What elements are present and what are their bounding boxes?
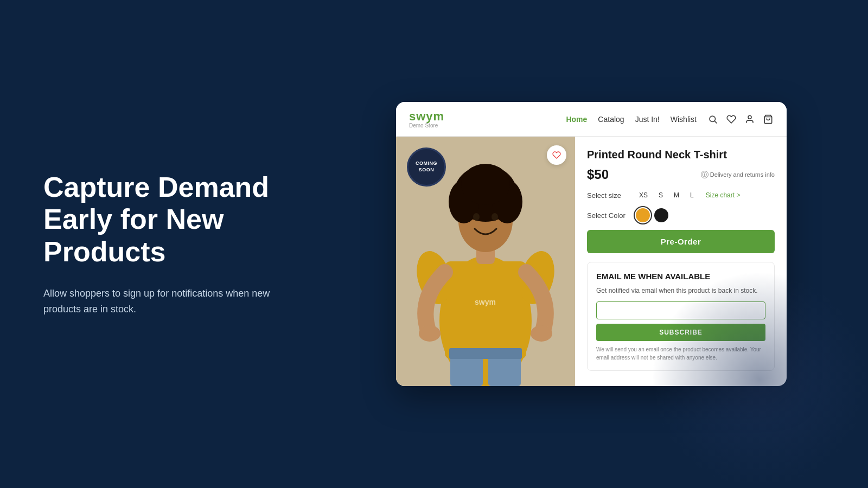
wishlist-heart-button[interactable] [547, 145, 566, 165]
coming-soon-badge: COMING SOON [407, 147, 446, 187]
product-image-container: COMING SOON [396, 137, 575, 386]
info-icon: ⓘ [701, 171, 709, 178]
svg-text:swym: swym [475, 298, 496, 306]
svg-rect-22 [449, 348, 522, 359]
size-chart-link[interactable]: Size chart > [706, 191, 741, 199]
product-price: $50 [587, 167, 609, 182]
svg-rect-6 [445, 261, 526, 359]
product-title: Printed Round Neck T-shirt [587, 147, 775, 162]
nav-home[interactable]: Home [566, 115, 587, 124]
svg-point-16 [461, 164, 510, 205]
svg-point-9 [419, 325, 441, 342]
nav-links: Home Catalog Just In! Wishlist [566, 115, 697, 124]
size-options: XS S M L Size chart > [636, 190, 740, 201]
size-xs[interactable]: XS [636, 190, 651, 201]
email-widget-desc: Get notified via email when this product… [596, 286, 765, 296]
right-panel: swym Demo Store Home Catalog Just In! Wi… [315, 102, 868, 386]
color-options [636, 208, 668, 222]
email-widget: EMAIL ME WHEN AVAILABLE Get notified via… [587, 262, 775, 371]
svg-line-1 [714, 121, 717, 123]
headline: Capture Demand Early for New Products [43, 171, 282, 268]
size-label: Select size [587, 191, 630, 200]
price-row: $50 ⓘ Delivery and returns info [587, 167, 775, 182]
nav-icons [707, 114, 774, 125]
pre-order-button[interactable]: Pre-Order [587, 230, 775, 253]
svg-point-10 [531, 325, 552, 342]
heart-icon[interactable] [726, 114, 737, 125]
privacy-note: We will send you an email once the produ… [596, 345, 765, 362]
subscribe-button[interactable]: SUBSCRIBE [596, 324, 765, 341]
store-logo: swym Demo Store [409, 110, 444, 129]
svg-point-18 [492, 213, 498, 221]
account-icon[interactable] [744, 114, 755, 125]
size-option-row: Select size XS S M L Size chart > [587, 190, 775, 201]
color-option-row: Select Color [587, 208, 775, 222]
search-icon[interactable] [707, 114, 718, 125]
svg-point-2 [748, 115, 751, 119]
color-swatch-black[interactable] [654, 208, 668, 222]
subtext: Allow shoppers to sign up for notificati… [43, 286, 282, 317]
color-swatch-orange[interactable] [636, 208, 650, 222]
store-card: swym Demo Store Home Catalog Just In! Wi… [396, 102, 787, 386]
svg-point-0 [710, 116, 716, 122]
left-panel: Capture Demand Early for New Products Al… [0, 171, 315, 317]
color-label: Select Color [587, 211, 630, 220]
nav-just-in[interactable]: Just In! [635, 115, 660, 124]
size-m[interactable]: M [671, 190, 682, 201]
delivery-info: ⓘ Delivery and returns info [701, 171, 775, 178]
email-input[interactable] [596, 301, 765, 319]
svg-point-17 [473, 213, 480, 221]
logo-text: swym [409, 110, 444, 124]
product-details: Printed Round Neck T-shirt $50 ⓘ Deliver… [575, 137, 787, 386]
size-s[interactable]: S [655, 190, 666, 201]
nav-wishlist[interactable]: Wishlist [671, 115, 697, 124]
email-widget-title: EMAIL ME WHEN AVAILABLE [596, 271, 765, 282]
size-l[interactable]: L [687, 190, 697, 201]
product-layout: COMING SOON [396, 137, 787, 386]
store-nav: swym Demo Store Home Catalog Just In! Wi… [396, 102, 787, 137]
logo-sub: Demo Store [409, 123, 444, 129]
nav-catalog[interactable]: Catalog [598, 115, 624, 124]
cart-icon[interactable] [763, 114, 774, 125]
